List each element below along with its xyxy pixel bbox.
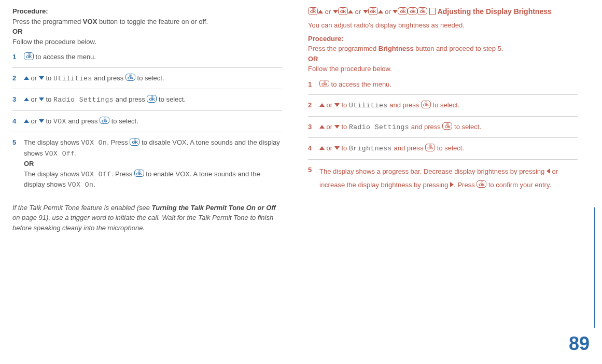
intro-text: Press the programmed Brightness button a… [308,45,503,52]
page-icon [429,8,436,15]
down-icon [39,119,44,123]
step-1: 1 OK to access the menu. [308,77,578,95]
up-icon [319,103,325,107]
left-icon [547,169,550,174]
ok-icon: OK [421,101,431,108]
step-number: 2 [12,73,24,84]
ok-icon: OK [408,7,417,15]
step-5: 5 The display shows a progress bar. Decr… [308,163,578,197]
down-icon [333,10,338,13]
ok-icon: OK [125,74,135,81]
down-icon [363,10,368,13]
down-icon [334,146,340,150]
step-number: 1 [308,79,319,90]
section-heading: Adjusting the Display Brightness [438,7,552,16]
left-column: Procedure: Press the programmed VOX butt… [12,6,282,236]
step-number: 1 [12,52,24,62]
ok-icon: OK [442,122,452,130]
right-column: OK or OK or OK or OKOKOK Adjusting the D… [308,6,578,236]
step-3: 3 or to Radio Settings and press OK to s… [308,120,578,138]
or-label: OR [24,160,34,167]
menu-text: Utilities [53,75,92,82]
ok-icon: OK [319,80,329,88]
up-icon [24,76,29,80]
menu-text: Utilities [349,102,388,109]
ok-icon: OK [100,117,109,124]
steps-list: 1 OK to access the menu. 2 or to Utiliti… [12,50,282,195]
ok-icon: OK [134,170,144,177]
step-number: 2 [308,100,319,111]
down-icon [39,76,44,80]
or-label: OR [12,27,23,35]
step-1: 1 OK to access the menu. [12,50,282,68]
footnote: If the Talk Permit Tone feature is enabl… [12,203,282,233]
or-label: OR [308,55,318,63]
down-icon [393,10,398,13]
step-4: 4 or to Brightness and press OK to selec… [308,141,578,160]
step-2: 2 or to Utilities and press OK to select… [308,98,578,117]
ok-icon: OK [398,7,408,15]
ok-icon: OK [130,138,139,146]
procedure-label: Procedure: [308,35,344,43]
page-number: 89 [569,330,590,358]
up-icon [348,10,353,13]
step-number: 4 [12,116,24,127]
step-number: 4 [308,143,319,154]
ok-icon: OK [417,7,427,15]
ok-icon: OK [338,7,348,15]
procedure-label: Procedure: [12,7,48,15]
ok-icon: OK [308,7,318,15]
ok-icon: OK [147,95,157,103]
step-3: 3 or to Radio Settings and press OK to s… [12,92,282,111]
intro-text-2: Follow the procedure below. [12,38,96,46]
menu-text: Radio Settings [53,96,114,104]
down-icon [334,103,340,107]
step-number: 3 [308,122,319,133]
step-number: 5 [308,165,319,192]
intro-text-2: Follow the procedure below. [308,65,392,73]
ok-icon: OK [425,144,435,151]
ok-icon: OK [368,7,378,15]
step-2: 2 or to Utilities and press OK to select… [12,71,282,90]
ok-icon: OK [477,180,486,188]
step-number: 5 [12,137,24,190]
menu-text: VOX [53,118,66,125]
step-5: 5 The display shows VOX On. Press OK to … [12,135,282,195]
intro-text: Press the programmed VOX button to toggl… [12,18,208,25]
step-4: 4 or to VOX and press OK to select. [12,114,282,133]
up-icon [378,10,383,13]
down-icon [39,97,44,101]
up-icon [319,146,325,150]
step-number: 3 [12,94,24,105]
ok-icon: OK [24,52,34,60]
section-heading-row: OK or OK or OK or OKOKOK Adjusting the D… [308,6,578,17]
vertical-separator [594,207,595,328]
up-icon [24,97,29,101]
up-icon [318,10,323,13]
section-subtitle: You can adjust radio's display brightnes… [308,20,578,31]
menu-text: Radio Settings [349,123,409,131]
menu-text: Brightness [349,145,392,152]
up-icon [319,125,325,129]
steps-list: 1 OK to access the menu. 2 or to Utiliti… [308,77,578,197]
up-icon [24,119,29,123]
down-icon [334,125,340,129]
